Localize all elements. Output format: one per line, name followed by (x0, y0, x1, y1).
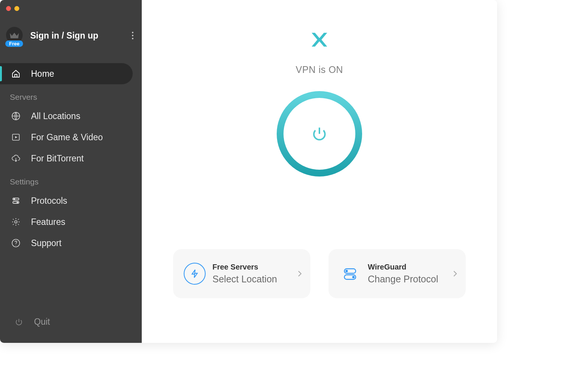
card-texts: WireGuard Change Protocol (368, 263, 453, 285)
globe-icon (11, 112, 20, 121)
app-logo-icon (309, 29, 330, 50)
action-cards: Free Servers Select Location WireGuard C… (142, 249, 497, 298)
quit-button[interactable]: Quit (0, 317, 142, 343)
minimize-window-button[interactable] (14, 6, 19, 11)
sidebar-item-label: Home (31, 69, 54, 79)
sidebar-item-label: All Locations (31, 111, 80, 121)
connect-button[interactable] (276, 90, 363, 177)
change-protocol-card[interactable]: WireGuard Change Protocol (328, 249, 466, 298)
card-subtitle: Select Location (212, 274, 297, 285)
main-pane: VPN is ON (142, 0, 497, 343)
vpn-status-text: VPN is ON (296, 64, 343, 75)
svg-point-9 (280, 95, 359, 173)
svg-point-11 (345, 270, 348, 272)
window-controls (0, 0, 142, 11)
app-window: Free Sign in / Sign up Home Servers (0, 0, 497, 343)
card-title: WireGuard (368, 263, 453, 271)
avatar: Free (6, 27, 23, 44)
sidebar-item-game-video[interactable]: For Game & Video (0, 127, 142, 148)
chevron-right-icon (297, 270, 302, 277)
crown-icon (9, 31, 20, 39)
gear-icon (11, 217, 20, 226)
plan-badge: Free (5, 40, 23, 47)
more-menu-button[interactable] (127, 30, 138, 41)
chevron-right-icon (453, 270, 457, 277)
close-window-button[interactable] (6, 6, 11, 11)
sidebar-item-features[interactable]: Features (0, 211, 142, 232)
home-icon (11, 69, 20, 78)
card-texts: Free Servers Select Location (212, 263, 297, 285)
card-title: Free Servers (212, 263, 297, 271)
sidebar-item-label: Support (31, 238, 62, 248)
sidebar-item-home[interactable]: Home (0, 63, 133, 84)
sidebar-item-all-locations[interactable]: All Locations (0, 105, 142, 127)
svg-point-13 (352, 276, 355, 278)
bolt-icon (184, 263, 206, 285)
sidebar-heading-servers: Servers (0, 84, 142, 105)
toggle-icon (339, 263, 361, 285)
sidebar-item-label: Protocols (31, 196, 67, 206)
play-icon (11, 133, 20, 142)
quit-label: Quit (34, 317, 50, 327)
sidebar-item-bittorrent[interactable]: For BitTorrent (0, 148, 142, 169)
svg-point-3 (14, 198, 15, 200)
svg-point-8 (15, 245, 16, 246)
sidebar-item-label: Features (31, 217, 65, 227)
sliders-icon (11, 196, 20, 205)
power-ring-icon (276, 90, 363, 177)
sidebar-item-protocols[interactable]: Protocols (0, 190, 142, 211)
card-subtitle: Change Protocol (368, 274, 453, 285)
power-icon (14, 318, 23, 327)
select-location-card[interactable]: Free Servers Select Location (173, 249, 310, 298)
svg-point-5 (17, 202, 18, 203)
sidebar-heading-settings: Settings (0, 169, 142, 190)
svg-point-6 (15, 221, 17, 223)
sidebar: Free Sign in / Sign up Home Servers (0, 0, 142, 343)
sidebar-nav: Home Servers All Locations For Game & Vi… (0, 63, 142, 254)
download-cloud-icon (11, 154, 20, 163)
more-vertical-icon (132, 32, 133, 39)
help-icon (11, 239, 20, 248)
sidebar-item-support[interactable]: Support (0, 232, 142, 254)
sidebar-item-label: For BitTorrent (31, 153, 84, 164)
sign-in-label: Sign in / Sign up (30, 31, 127, 41)
account-row[interactable]: Free Sign in / Sign up (0, 11, 142, 44)
sidebar-item-label: For Game & Video (31, 132, 103, 143)
